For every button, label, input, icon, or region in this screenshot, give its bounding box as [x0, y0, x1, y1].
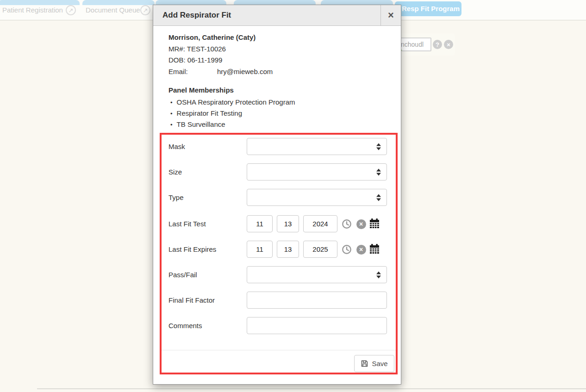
- select-arrows-icon: [376, 194, 381, 201]
- search-cluster: ? ×: [394, 33, 455, 56]
- comments-label: Comments: [168, 322, 202, 330]
- pass-fail-select[interactable]: [247, 266, 387, 283]
- calendar-icon[interactable]: [369, 218, 380, 229]
- type-select[interactable]: [247, 189, 387, 206]
- last-fit-test-year-input[interactable]: [303, 215, 337, 232]
- clear-icon[interactable]: ×: [444, 40, 453, 49]
- last-fit-expires-month-input[interactable]: [247, 241, 273, 258]
- clock-icon[interactable]: [341, 244, 352, 255]
- search-input[interactable]: [398, 37, 431, 51]
- patient-name: Morrison, Catherine (Caty): [168, 33, 256, 41]
- tab-patient-registration[interactable]: Patient Registration ↗: [0, 0, 80, 20]
- mask-label: Mask: [168, 143, 185, 150]
- add-respirator-fit-dialog: Add Respirator Fit × Morrison, Catherine…: [153, 5, 401, 385]
- mask-select[interactable]: [247, 138, 387, 155]
- membership-label: OSHA Respiratory Protection Program: [177, 98, 295, 106]
- membership-label: Respirator Fit Testing: [177, 109, 242, 117]
- patient-email-value: hry@mieweb.com: [217, 68, 273, 75]
- select-arrows-icon: [376, 271, 381, 278]
- final-fit-factor-label: Final Fit Factor: [168, 296, 215, 304]
- bullet-icon: •: [170, 110, 173, 117]
- last-fit-test-label: Last Fit Test: [168, 220, 206, 228]
- tab-document-queue[interactable]: Document Queue ↗: [82, 0, 155, 20]
- save-label: Save: [372, 360, 387, 367]
- help-icon[interactable]: ?: [433, 40, 442, 49]
- bullet-icon: •: [170, 99, 173, 106]
- last-fit-expires-year-input[interactable]: [303, 241, 337, 258]
- type-label: Type: [168, 193, 184, 201]
- calendar-icon[interactable]: [369, 243, 380, 255]
- list-item: • TB Surveillance: [170, 120, 225, 128]
- footer-divider: [162, 350, 396, 350]
- patient-dob: DOB: 06-11-1999: [168, 56, 222, 64]
- select-arrows-icon: [376, 168, 381, 175]
- clear-glyph: ×: [447, 41, 450, 48]
- patient-mr: MR#: TEST-10026: [168, 45, 226, 53]
- final-fit-factor-input[interactable]: [247, 292, 387, 309]
- list-item: • OSHA Respiratory Protection Program: [170, 98, 295, 106]
- dialog-title: Add Respirator Fit: [162, 5, 231, 25]
- open-in-new-icon[interactable]: ↗: [66, 5, 76, 15]
- open-in-new-glyph: ↗: [143, 7, 148, 14]
- tab-top-strip: [0, 0, 80, 5]
- patient-email-label: Email:: [168, 68, 188, 75]
- last-fit-expires-label: Last Fit Expires: [168, 245, 216, 253]
- resp-fit-program-button[interactable]: Resp Fit Program: [395, 1, 461, 16]
- tab-label: Patient Registration: [2, 6, 63, 14]
- open-in-new-icon[interactable]: ↗: [140, 5, 150, 15]
- list-item: • Respirator Fit Testing: [170, 109, 242, 117]
- close-icon: ×: [388, 10, 394, 20]
- last-fit-test-day-input[interactable]: [277, 215, 299, 232]
- size-label: Size: [168, 168, 182, 176]
- tab-top-strip: [82, 0, 155, 5]
- clock-icon[interactable]: [341, 218, 352, 230]
- app-page: Patient Registration ↗ Document Queue ↗ …: [0, 0, 586, 392]
- pass-fail-label: Pass/Fail: [168, 271, 197, 279]
- bullet-icon: •: [170, 121, 173, 128]
- membership-label: TB Surveillance: [177, 120, 225, 128]
- dialog-header: Add Respirator Fit ×: [153, 5, 401, 26]
- open-in-new-glyph: ↗: [69, 7, 74, 14]
- select-arrows-icon: [376, 143, 381, 150]
- last-fit-expires-day-input[interactable]: [277, 241, 299, 258]
- close-button[interactable]: ×: [380, 5, 401, 25]
- clear-date-icon[interactable]: ×: [355, 244, 367, 255]
- floppy-disk-icon: [361, 360, 368, 367]
- panel-memberships-heading: Panel Memberships: [168, 86, 234, 94]
- last-fit-test-month-input[interactable]: [247, 215, 273, 232]
- panel-bottom-edge: [37, 388, 586, 389]
- comments-input[interactable]: [247, 317, 387, 334]
- help-glyph: ?: [436, 41, 439, 48]
- size-select[interactable]: [247, 163, 387, 180]
- clear-date-icon[interactable]: ×: [355, 218, 367, 230]
- clear-glyph: ×: [356, 219, 366, 229]
- save-button[interactable]: Save: [354, 355, 394, 372]
- clear-glyph: ×: [356, 245, 366, 255]
- tab-label: Document Queue: [86, 6, 140, 14]
